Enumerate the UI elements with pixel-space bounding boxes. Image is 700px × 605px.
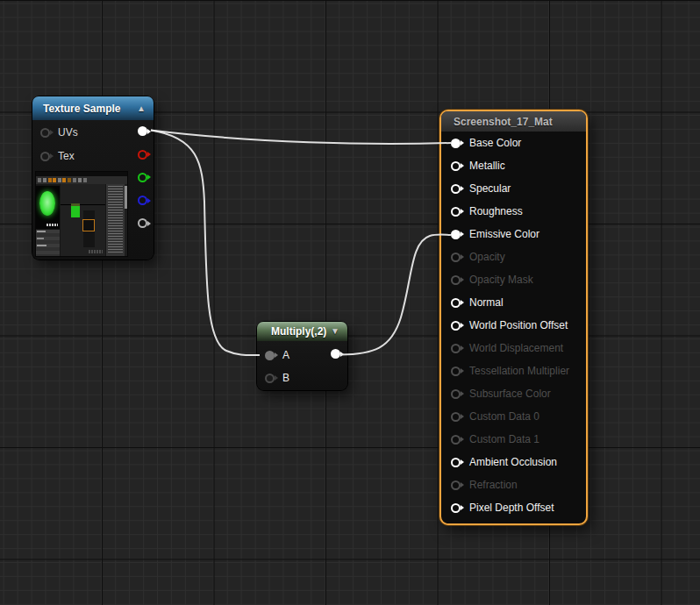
input-pin-uvs[interactable]: UVs: [40, 126, 78, 139]
thumb-green-ellipse: [39, 191, 55, 216]
wire-multiply-to-emissive[interactable]: [340, 234, 451, 354]
thumb-detail-row: [37, 238, 44, 239]
pin-icon[interactable]: [451, 344, 461, 353]
pin-label: Tessellation Multiplier: [469, 365, 569, 377]
output-pin-result[interactable]: [331, 349, 340, 359]
thumb-gridline: [61, 204, 105, 205]
thumb-viewport: [36, 186, 60, 229]
pin-label: Roughness: [469, 205, 523, 217]
pin-icon[interactable]: [451, 161, 461, 171]
multiply-header[interactable]: Multiply(,2) ▼: [257, 322, 347, 341]
wire-rgb-to-basecolor[interactable]: [151, 131, 451, 145]
thumb-icon: [68, 178, 71, 182]
pin-icon[interactable]: [451, 253, 461, 262]
thumb-details-panel: [36, 230, 60, 256]
material-pin-list: Base Color Metallic Specular Roughness E…: [441, 132, 586, 519]
pin-icon[interactable]: [265, 374, 275, 383]
material-pin-tessellation-multiplier[interactable]: Tessellation Multiplier: [441, 359, 586, 382]
pin-label: Specular: [469, 182, 511, 195]
output-pin-g[interactable]: [138, 173, 147, 182]
material-pin-custom-data-0[interactable]: Custom Data 0: [441, 405, 586, 428]
thumb-icon: [73, 178, 76, 182]
pin-icon[interactable]: [40, 128, 50, 138]
node-material-result[interactable]: Screenshot_17_Mat Base Color Metallic Sp…: [439, 110, 588, 525]
pin-icon[interactable]: [451, 230, 461, 239]
material-pin-refraction[interactable]: Refraction: [441, 473, 586, 496]
material-pin-roughness[interactable]: Roughness: [441, 200, 586, 223]
thumb-mini-selected-node: [82, 219, 95, 231]
material-header[interactable]: Screenshot_17_Mat: [441, 111, 586, 132]
pin-icon[interactable]: [40, 152, 50, 161]
material-pin-opacity-mask[interactable]: Opacity Mask: [441, 268, 586, 291]
collapse-up-icon[interactable]: ▲: [137, 104, 154, 113]
material-pin-opacity[interactable]: Opacity: [441, 246, 586, 268]
thumb-icon: [58, 178, 61, 182]
material-pin-normal[interactable]: Normal: [441, 291, 586, 314]
pin-label: Refraction: [469, 479, 518, 491]
pin-icon[interactable]: [451, 184, 461, 194]
material-pin-metallic[interactable]: Metallic: [441, 154, 586, 177]
node-texture-sample[interactable]: Texture Sample ▲ UVs Tex: [32, 96, 154, 260]
pin-label: B: [282, 372, 289, 384]
material-pin-base-color[interactable]: Base Color: [441, 132, 586, 154]
pin-label: Emissive Color: [469, 228, 539, 240]
output-pin-r[interactable]: [138, 150, 147, 160]
graph-canvas[interactable]: Texture Sample ▲ UVs Tex: [0, 0, 700, 605]
thumb-palette: [106, 184, 127, 256]
output-pin-b[interactable]: [138, 196, 147, 205]
pin-icon[interactable]: [451, 298, 461, 308]
pin-label: Opacity Mask: [469, 274, 533, 286]
thumb-icon: [62, 178, 66, 182]
thumb-scrollbar: [125, 184, 127, 256]
texture-sample-header[interactable]: Texture Sample ▲: [32, 96, 154, 120]
pin-icon[interactable]: [451, 480, 461, 490]
thumb-icon: [53, 178, 56, 182]
wire-rgb-to-multiply-a[interactable]: [151, 131, 260, 356]
output-pin-rgb[interactable]: [138, 126, 147, 136]
pin-label: Normal: [469, 296, 504, 309]
pin-label: Base Color: [469, 137, 521, 149]
wire-layer: [0, 0, 700, 605]
node-multiply[interactable]: Multiply(,2) ▼ A B: [257, 322, 347, 390]
input-pin-a[interactable]: A: [265, 349, 289, 361]
pin-label: Ambient Occlusion: [469, 456, 557, 468]
thumb-palette-rows: [108, 186, 123, 254]
output-pin-a[interactable]: [138, 218, 147, 228]
collapse-down-icon[interactable]: ▼: [331, 327, 347, 336]
pin-label: UVs: [58, 126, 78, 139]
thumb-icon: [43, 178, 46, 182]
material-pin-pixel-depth-offset[interactable]: Pixel Depth Offset: [441, 496, 586, 519]
pin-icon[interactable]: [451, 207, 461, 217]
pin-icon[interactable]: [451, 412, 461, 422]
material-pin-emissive-color[interactable]: Emissive Color: [441, 223, 586, 246]
thumb-icon: [83, 178, 87, 182]
pin-icon[interactable]: [451, 389, 461, 399]
thumb-scrollbar-thumb: [125, 186, 127, 209]
pin-icon[interactable]: [451, 435, 461, 445]
material-title: Screenshot_17_Mat: [441, 116, 586, 128]
material-pin-custom-data-1[interactable]: Custom Data 1: [441, 428, 586, 451]
pin-label: Custom Data 0: [469, 410, 539, 423]
pin-label: A: [282, 349, 289, 361]
pin-label: World Position Offset: [469, 319, 568, 331]
pin-icon[interactable]: [451, 275, 461, 285]
input-pin-b[interactable]: B: [265, 372, 289, 384]
pin-icon[interactable]: [451, 503, 461, 513]
material-pin-world-position-offset[interactable]: World Position Offset: [441, 314, 586, 337]
thumb-watermark: [89, 250, 103, 253]
pin-icon[interactable]: [451, 139, 461, 148]
pin-label: World Displacement: [469, 342, 563, 354]
pin-icon[interactable]: [265, 351, 275, 360]
input-pin-tex[interactable]: Tex: [40, 150, 75, 162]
pin-icon[interactable]: [451, 367, 461, 376]
pin-label: Metallic: [469, 160, 505, 172]
material-pin-world-displacement[interactable]: World Displacement: [441, 337, 586, 359]
pin-icon[interactable]: [451, 458, 461, 467]
material-pin-subsurface-color[interactable]: Subsurface Color: [441, 382, 586, 405]
pin-icon[interactable]: [451, 321, 461, 331]
material-pin-ambient-occlusion[interactable]: Ambient Occlusion: [441, 451, 586, 473]
material-pin-specular[interactable]: Specular: [441, 177, 586, 200]
texture-preview-image: [36, 172, 127, 256]
thumb-icon: [38, 178, 41, 182]
thumb-detail-row: [37, 231, 46, 232]
